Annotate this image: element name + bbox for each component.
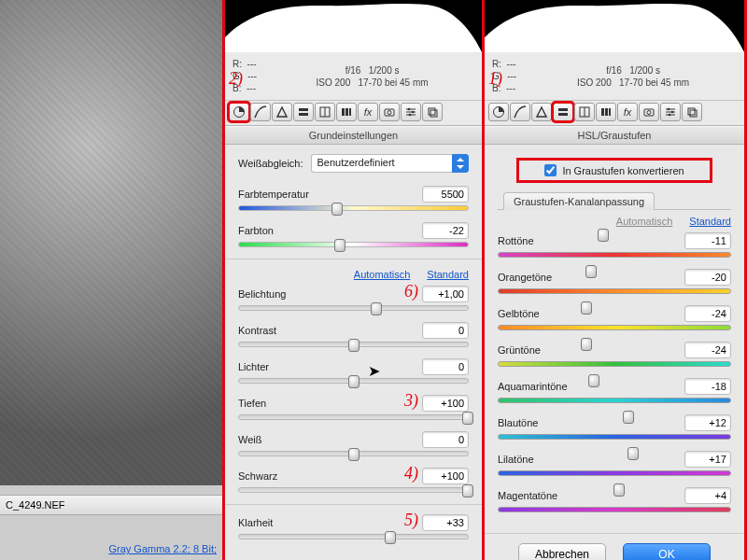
- filename-bar: C_4249.NEF: [0, 495, 222, 515]
- grayscale-checkbox[interactable]: [544, 164, 557, 176]
- svg-point-15: [409, 114, 412, 117]
- annotation-1: 1): [488, 69, 502, 89]
- svg-rect-35: [690, 110, 697, 117]
- blues-slider[interactable]: [498, 434, 731, 440]
- temp-value[interactable]: [422, 186, 469, 203]
- exposure-value[interactable]: [422, 286, 469, 302]
- aquas-slider[interactable]: [498, 398, 731, 403]
- histogram[interactable]: [225, 0, 482, 52]
- oranges-value[interactable]: [684, 269, 731, 286]
- clarity-value[interactable]: [422, 514, 469, 531]
- tab-split-icon[interactable]: [315, 103, 335, 121]
- blues-label: Blautöne: [498, 417, 538, 428]
- tab-hsl-icon[interactable]: [553, 103, 573, 121]
- blacks-label: Schwarz: [238, 470, 277, 482]
- temp-slider[interactable]: [238, 205, 469, 211]
- tint-slider[interactable]: [238, 242, 469, 247]
- contrast-value[interactable]: [422, 322, 469, 339]
- tab-hsl-icon[interactable]: [293, 103, 314, 121]
- yellows-value[interactable]: [684, 305, 731, 322]
- reds-value[interactable]: [684, 232, 731, 249]
- shadows-value[interactable]: [422, 395, 469, 412]
- tab-fx-icon[interactable]: fx: [358, 103, 378, 121]
- ok-button[interactable]: OK: [623, 543, 711, 560]
- svg-rect-6: [345, 108, 348, 116]
- hsl-panel-column: R: --- G: --- B: --- f/16 1/200 s ISO 20…: [485, 0, 747, 560]
- magentas-value[interactable]: [684, 487, 731, 504]
- grayscale-tab[interactable]: Graustufen-Kanalanpassung: [503, 192, 655, 210]
- reds-slider[interactable]: [498, 252, 731, 258]
- aquas-label: Aquamarintöne: [498, 381, 568, 392]
- svg-point-31: [668, 108, 670, 111]
- svg-point-9: [388, 111, 391, 115]
- purples-value[interactable]: [684, 451, 731, 468]
- svg-rect-20: [558, 113, 568, 116]
- annotation-5: 5): [404, 511, 418, 530]
- highlights-value[interactable]: [422, 358, 469, 375]
- tab-presets-icon[interactable]: [682, 103, 702, 121]
- tab-camera-icon[interactable]: [639, 103, 659, 121]
- svg-rect-17: [430, 110, 437, 117]
- panel-tabs-hsl: fx: [485, 101, 744, 126]
- exposure-label: Belichtung: [238, 288, 286, 300]
- exposure-slider[interactable]: [238, 305, 469, 311]
- clarity-slider[interactable]: [238, 534, 469, 539]
- whites-label: Weiß: [238, 434, 261, 445]
- blacks-slider[interactable]: [238, 487, 469, 493]
- standard-link[interactable]: Standard: [427, 269, 469, 280]
- purples-slider[interactable]: [498, 470, 731, 476]
- whites-value[interactable]: [422, 431, 469, 448]
- tab-sliders-icon[interactable]: [660, 103, 681, 121]
- shadows-slider[interactable]: [238, 414, 469, 420]
- tab-camera-icon[interactable]: [379, 103, 400, 121]
- yellows-slider[interactable]: [498, 325, 731, 330]
- histogram-hsl[interactable]: [485, 0, 744, 52]
- wb-label: Weißabgleich:: [238, 158, 303, 169]
- basic-panel-column: R: --- G: --- B: --- f/16 1/200 s ISO 20…: [222, 0, 485, 560]
- tab-sliders-icon[interactable]: [401, 103, 421, 121]
- tab-curve-icon[interactable]: [510, 103, 530, 121]
- whites-slider[interactable]: [238, 451, 469, 456]
- oranges-label: Orangetöne: [498, 272, 552, 283]
- svg-rect-5: [342, 108, 345, 116]
- tab-curve-icon[interactable]: [250, 103, 271, 121]
- tab-fx-icon[interactable]: fx: [617, 103, 638, 121]
- hsl-auto-link[interactable]: Automatisch: [616, 216, 673, 227]
- purples-label: Lilatöne: [498, 454, 534, 465]
- svg-rect-34: [688, 108, 695, 115]
- annotation-4: 4): [404, 464, 418, 483]
- tab-lens-icon[interactable]: [596, 103, 616, 121]
- shadows-label: Tiefen: [238, 398, 266, 409]
- hsl-title: HSL/Graustufen: [485, 126, 744, 145]
- tab-basic-icon[interactable]: [229, 103, 249, 121]
- hsl-standard-link[interactable]: Standard: [689, 216, 731, 227]
- reds-label: Rottöne: [498, 235, 534, 246]
- greens-label: Grüntöne: [498, 344, 541, 356]
- blacks-value[interactable]: [422, 468, 469, 484]
- greens-slider[interactable]: [498, 361, 731, 367]
- annotation-3: 3): [404, 391, 418, 411]
- tab-lens-icon[interactable]: [336, 103, 357, 121]
- panel-tabs: fx: [225, 101, 482, 126]
- wb-select[interactable]: Benutzerdefiniert: [311, 154, 470, 173]
- highlights-slider[interactable]: [238, 378, 469, 384]
- cancel-button[interactable]: Abbrechen: [518, 543, 606, 560]
- tab-split-icon[interactable]: [574, 103, 595, 121]
- tab-detail-icon[interactable]: [531, 103, 552, 121]
- tab-detail-icon[interactable]: [272, 103, 292, 121]
- tab-presets-icon[interactable]: [422, 103, 443, 121]
- blues-value[interactable]: [684, 414, 731, 431]
- aquas-value[interactable]: [684, 378, 731, 395]
- greens-value[interactable]: [684, 342, 731, 358]
- auto-link[interactable]: Automatisch: [354, 269, 411, 280]
- svg-point-33: [669, 114, 671, 117]
- tab-basic-icon[interactable]: [488, 103, 509, 121]
- magentas-slider[interactable]: [498, 507, 731, 512]
- tint-value[interactable]: [422, 222, 469, 239]
- color-profile-link[interactable]: Gray Gamma 2.2; 8 Bit;: [108, 543, 217, 554]
- oranges-slider[interactable]: [498, 288, 731, 294]
- contrast-slider[interactable]: [238, 342, 469, 347]
- svg-point-32: [671, 111, 674, 114]
- grayscale-convert-box[interactable]: In Graustufen konvertieren: [516, 158, 712, 183]
- svg-rect-24: [605, 108, 608, 116]
